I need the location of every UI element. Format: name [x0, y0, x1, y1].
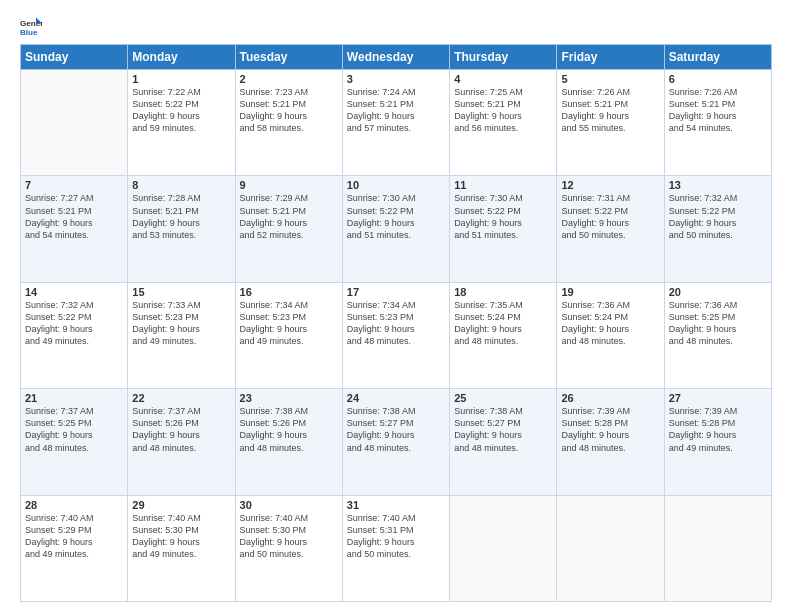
- week-row-5: 28Sunrise: 7:40 AM Sunset: 5:29 PM Dayli…: [21, 495, 772, 601]
- day-info: Sunrise: 7:27 AM Sunset: 5:21 PM Dayligh…: [25, 192, 123, 241]
- calendar-cell: [664, 495, 771, 601]
- day-info: Sunrise: 7:36 AM Sunset: 5:24 PM Dayligh…: [561, 299, 659, 348]
- day-info: Sunrise: 7:39 AM Sunset: 5:28 PM Dayligh…: [561, 405, 659, 454]
- day-number: 15: [132, 286, 230, 298]
- calendar-cell: 21Sunrise: 7:37 AM Sunset: 5:25 PM Dayli…: [21, 389, 128, 495]
- calendar-cell: 15Sunrise: 7:33 AM Sunset: 5:23 PM Dayli…: [128, 282, 235, 388]
- week-row-2: 7Sunrise: 7:27 AM Sunset: 5:21 PM Daylig…: [21, 176, 772, 282]
- week-row-1: 1Sunrise: 7:22 AM Sunset: 5:22 PM Daylig…: [21, 70, 772, 176]
- day-info: Sunrise: 7:40 AM Sunset: 5:29 PM Dayligh…: [25, 512, 123, 561]
- calendar-cell: 6Sunrise: 7:26 AM Sunset: 5:21 PM Daylig…: [664, 70, 771, 176]
- calendar-cell: 8Sunrise: 7:28 AM Sunset: 5:21 PM Daylig…: [128, 176, 235, 282]
- day-number: 21: [25, 392, 123, 404]
- day-info: Sunrise: 7:36 AM Sunset: 5:25 PM Dayligh…: [669, 299, 767, 348]
- day-number: 19: [561, 286, 659, 298]
- calendar-cell: 20Sunrise: 7:36 AM Sunset: 5:25 PM Dayli…: [664, 282, 771, 388]
- day-info: Sunrise: 7:38 AM Sunset: 5:26 PM Dayligh…: [240, 405, 338, 454]
- day-info: Sunrise: 7:37 AM Sunset: 5:25 PM Dayligh…: [25, 405, 123, 454]
- calendar-cell: 1Sunrise: 7:22 AM Sunset: 5:22 PM Daylig…: [128, 70, 235, 176]
- calendar-cell: 19Sunrise: 7:36 AM Sunset: 5:24 PM Dayli…: [557, 282, 664, 388]
- day-info: Sunrise: 7:30 AM Sunset: 5:22 PM Dayligh…: [454, 192, 552, 241]
- calendar-cell: 24Sunrise: 7:38 AM Sunset: 5:27 PM Dayli…: [342, 389, 449, 495]
- day-number: 28: [25, 499, 123, 511]
- day-info: Sunrise: 7:26 AM Sunset: 5:21 PM Dayligh…: [561, 86, 659, 135]
- day-info: Sunrise: 7:34 AM Sunset: 5:23 PM Dayligh…: [347, 299, 445, 348]
- day-number: 6: [669, 73, 767, 85]
- svg-text:Blue: Blue: [20, 28, 38, 37]
- day-info: Sunrise: 7:26 AM Sunset: 5:21 PM Dayligh…: [669, 86, 767, 135]
- day-number: 29: [132, 499, 230, 511]
- calendar-cell: 14Sunrise: 7:32 AM Sunset: 5:22 PM Dayli…: [21, 282, 128, 388]
- calendar-cell: 28Sunrise: 7:40 AM Sunset: 5:29 PM Dayli…: [21, 495, 128, 601]
- day-info: Sunrise: 7:40 AM Sunset: 5:30 PM Dayligh…: [240, 512, 338, 561]
- day-number: 16: [240, 286, 338, 298]
- page: General Blue SundayMondayTuesdayWednesda…: [0, 0, 792, 612]
- day-number: 9: [240, 179, 338, 191]
- calendar-cell: 18Sunrise: 7:35 AM Sunset: 5:24 PM Dayli…: [450, 282, 557, 388]
- day-number: 11: [454, 179, 552, 191]
- day-number: 20: [669, 286, 767, 298]
- day-info: Sunrise: 7:22 AM Sunset: 5:22 PM Dayligh…: [132, 86, 230, 135]
- day-number: 2: [240, 73, 338, 85]
- day-info: Sunrise: 7:32 AM Sunset: 5:22 PM Dayligh…: [25, 299, 123, 348]
- calendar-cell: 22Sunrise: 7:37 AM Sunset: 5:26 PM Dayli…: [128, 389, 235, 495]
- day-info: Sunrise: 7:25 AM Sunset: 5:21 PM Dayligh…: [454, 86, 552, 135]
- week-row-3: 14Sunrise: 7:32 AM Sunset: 5:22 PM Dayli…: [21, 282, 772, 388]
- calendar-cell: 27Sunrise: 7:39 AM Sunset: 5:28 PM Dayli…: [664, 389, 771, 495]
- weekday-header-thursday: Thursday: [450, 45, 557, 70]
- day-number: 23: [240, 392, 338, 404]
- calendar-cell: 7Sunrise: 7:27 AM Sunset: 5:21 PM Daylig…: [21, 176, 128, 282]
- week-row-4: 21Sunrise: 7:37 AM Sunset: 5:25 PM Dayli…: [21, 389, 772, 495]
- day-number: 17: [347, 286, 445, 298]
- weekday-header-friday: Friday: [557, 45, 664, 70]
- day-number: 18: [454, 286, 552, 298]
- calendar-cell: [21, 70, 128, 176]
- day-number: 10: [347, 179, 445, 191]
- day-number: 27: [669, 392, 767, 404]
- calendar-cell: 12Sunrise: 7:31 AM Sunset: 5:22 PM Dayli…: [557, 176, 664, 282]
- day-number: 8: [132, 179, 230, 191]
- calendar-body: 1Sunrise: 7:22 AM Sunset: 5:22 PM Daylig…: [21, 70, 772, 602]
- day-info: Sunrise: 7:23 AM Sunset: 5:21 PM Dayligh…: [240, 86, 338, 135]
- calendar-cell: 26Sunrise: 7:39 AM Sunset: 5:28 PM Dayli…: [557, 389, 664, 495]
- calendar-cell: 5Sunrise: 7:26 AM Sunset: 5:21 PM Daylig…: [557, 70, 664, 176]
- day-info: Sunrise: 7:40 AM Sunset: 5:31 PM Dayligh…: [347, 512, 445, 561]
- weekday-header-wednesday: Wednesday: [342, 45, 449, 70]
- calendar-cell: 16Sunrise: 7:34 AM Sunset: 5:23 PM Dayli…: [235, 282, 342, 388]
- day-number: 1: [132, 73, 230, 85]
- weekday-header-monday: Monday: [128, 45, 235, 70]
- logo: General Blue: [20, 16, 46, 38]
- calendar-cell: 13Sunrise: 7:32 AM Sunset: 5:22 PM Dayli…: [664, 176, 771, 282]
- calendar-cell: [557, 495, 664, 601]
- day-info: Sunrise: 7:39 AM Sunset: 5:28 PM Dayligh…: [669, 405, 767, 454]
- day-number: 7: [25, 179, 123, 191]
- day-info: Sunrise: 7:29 AM Sunset: 5:21 PM Dayligh…: [240, 192, 338, 241]
- day-number: 4: [454, 73, 552, 85]
- day-info: Sunrise: 7:24 AM Sunset: 5:21 PM Dayligh…: [347, 86, 445, 135]
- calendar-cell: 11Sunrise: 7:30 AM Sunset: 5:22 PM Dayli…: [450, 176, 557, 282]
- day-info: Sunrise: 7:40 AM Sunset: 5:30 PM Dayligh…: [132, 512, 230, 561]
- day-number: 22: [132, 392, 230, 404]
- calendar: SundayMondayTuesdayWednesdayThursdayFrid…: [20, 44, 772, 602]
- calendar-cell: [450, 495, 557, 601]
- day-number: 14: [25, 286, 123, 298]
- day-info: Sunrise: 7:38 AM Sunset: 5:27 PM Dayligh…: [454, 405, 552, 454]
- weekday-header-saturday: Saturday: [664, 45, 771, 70]
- calendar-cell: 29Sunrise: 7:40 AM Sunset: 5:30 PM Dayli…: [128, 495, 235, 601]
- day-info: Sunrise: 7:31 AM Sunset: 5:22 PM Dayligh…: [561, 192, 659, 241]
- calendar-cell: 25Sunrise: 7:38 AM Sunset: 5:27 PM Dayli…: [450, 389, 557, 495]
- day-info: Sunrise: 7:30 AM Sunset: 5:22 PM Dayligh…: [347, 192, 445, 241]
- calendar-cell: 3Sunrise: 7:24 AM Sunset: 5:21 PM Daylig…: [342, 70, 449, 176]
- day-info: Sunrise: 7:32 AM Sunset: 5:22 PM Dayligh…: [669, 192, 767, 241]
- day-number: 25: [454, 392, 552, 404]
- day-number: 30: [240, 499, 338, 511]
- calendar-cell: 9Sunrise: 7:29 AM Sunset: 5:21 PM Daylig…: [235, 176, 342, 282]
- header: General Blue: [20, 16, 772, 38]
- logo-icon: General Blue: [20, 16, 42, 38]
- calendar-cell: 2Sunrise: 7:23 AM Sunset: 5:21 PM Daylig…: [235, 70, 342, 176]
- calendar-cell: 30Sunrise: 7:40 AM Sunset: 5:30 PM Dayli…: [235, 495, 342, 601]
- calendar-cell: 10Sunrise: 7:30 AM Sunset: 5:22 PM Dayli…: [342, 176, 449, 282]
- day-number: 26: [561, 392, 659, 404]
- day-info: Sunrise: 7:33 AM Sunset: 5:23 PM Dayligh…: [132, 299, 230, 348]
- day-info: Sunrise: 7:34 AM Sunset: 5:23 PM Dayligh…: [240, 299, 338, 348]
